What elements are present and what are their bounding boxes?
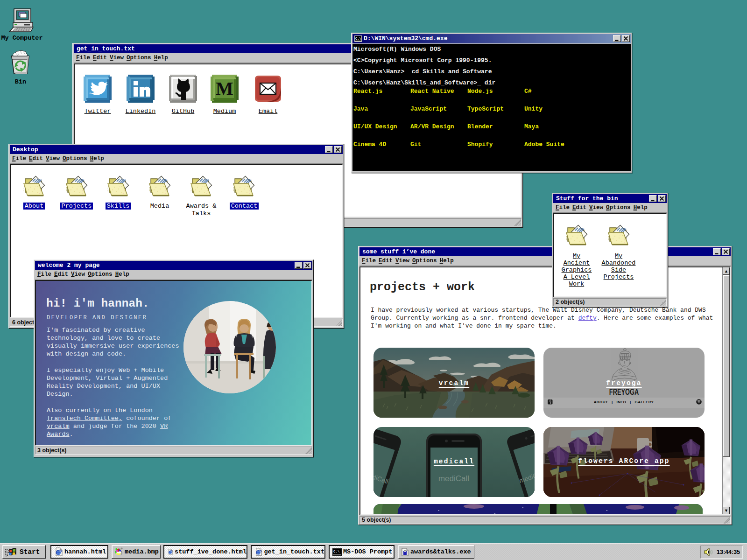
- svg-text:C:\: C:\: [333, 550, 340, 553]
- svg-text:C:\: C:\: [355, 37, 361, 41]
- svg-text:ABOUT | INFO | GALLERY: ABOUT | INFO | GALLERY: [594, 400, 654, 404]
- svg-text:M: M: [216, 78, 233, 99]
